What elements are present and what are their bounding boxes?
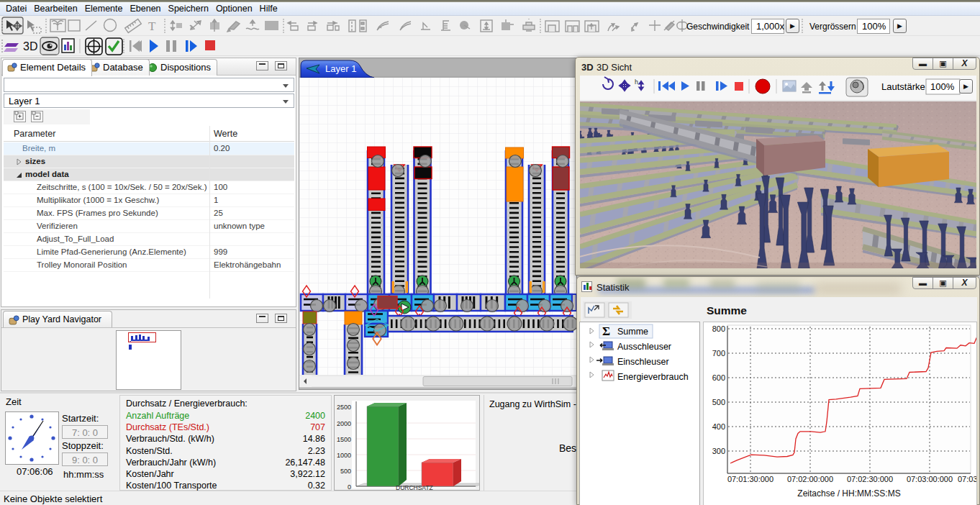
svg-text:500: 500 <box>712 398 725 406</box>
svg-text:Summe: Summe <box>617 327 648 337</box>
svg-text:700: 700 <box>712 349 725 358</box>
svg-text:3D: 3D <box>23 40 37 53</box>
svg-text:Σ: Σ <box>602 324 610 338</box>
svg-text:h: h <box>635 78 638 86</box>
svg-text:Lautstärke: Lautstärke <box>881 81 925 92</box>
svg-text:2500: 2500 <box>337 404 351 411</box>
svg-text:07:03:30:0: 07:03:30:0 <box>958 475 976 483</box>
svg-text:500: 500 <box>340 468 351 475</box>
svg-text:07:03:00:000: 07:03:00:000 <box>907 475 953 483</box>
svg-text:100%: 100% <box>930 81 955 92</box>
svg-text:800: 800 <box>712 324 725 333</box>
svg-text:Ausschleuser: Ausschleuser <box>617 342 671 352</box>
svg-text:1500: 1500 <box>337 436 351 443</box>
svg-text:Einschleuser: Einschleuser <box>617 357 669 367</box>
svg-text:07:01:30:000: 07:01:30:000 <box>727 475 773 483</box>
svg-text:1000: 1000 <box>337 452 351 459</box>
svg-text:2000: 2000 <box>337 420 351 427</box>
svg-text:T: T <box>148 19 156 33</box>
svg-text:Zeitachse / HH:MM:SS:MS: Zeitachse / HH:MM:SS:MS <box>797 488 900 499</box>
svg-text:0: 0 <box>348 483 351 491</box>
svg-text:07:02:00:000: 07:02:00:000 <box>787 475 833 483</box>
svg-text:Layer 1: Layer 1 <box>325 63 356 74</box>
svg-text:400: 400 <box>712 422 725 431</box>
svg-text:07:02:30:000: 07:02:30:000 <box>847 475 893 483</box>
svg-text:600: 600 <box>712 373 725 382</box>
svg-text:300: 300 <box>712 447 725 455</box>
svg-text:Energieverbrauch: Energieverbrauch <box>617 372 689 382</box>
